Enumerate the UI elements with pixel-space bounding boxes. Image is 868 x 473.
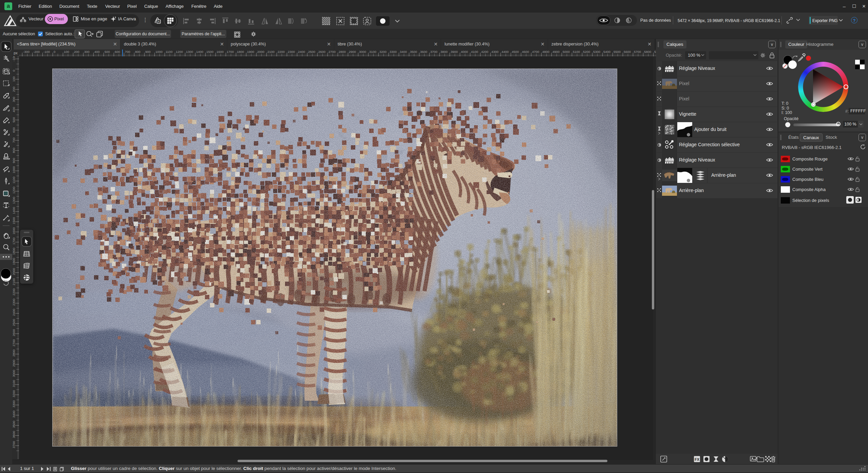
svg-text:FX: FX (695, 457, 700, 461)
